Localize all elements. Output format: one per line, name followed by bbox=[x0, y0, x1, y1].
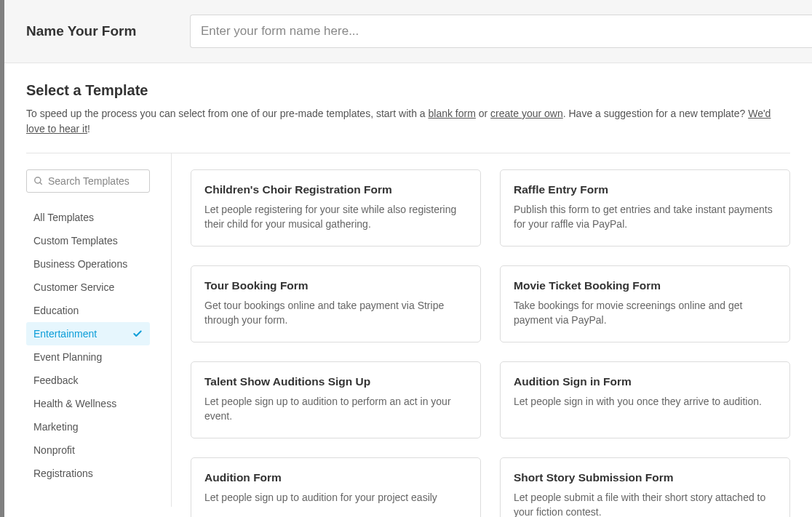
template-card[interactable]: Talent Show Auditions Sign UpLet people … bbox=[191, 361, 481, 438]
check-icon bbox=[132, 329, 143, 339]
templates-grid: Children's Choir Registration FormLet pe… bbox=[172, 153, 790, 517]
template-card[interactable]: Raffle Entry FormPublish this form to ge… bbox=[500, 169, 790, 247]
template-title: Raffle Entry Form bbox=[514, 183, 776, 196]
category-item-nonprofit[interactable]: Nonprofit bbox=[26, 438, 150, 462]
category-item-event-planning[interactable]: Event Planning bbox=[26, 345, 150, 369]
category-item-label: Feedback bbox=[33, 374, 78, 386]
template-desc: Let people sign up to audition for your … bbox=[204, 490, 467, 505]
category-item-customer-service[interactable]: Customer Service bbox=[26, 276, 150, 299]
category-item-marketing[interactable]: Marketing bbox=[26, 415, 150, 438]
desc-text-2: . Have a suggestion for a new template? bbox=[563, 108, 748, 119]
form-name-input[interactable] bbox=[190, 15, 812, 48]
category-list: All TemplatesCustom TemplatesBusiness Op… bbox=[26, 206, 171, 485]
select-template-title: Select a Template bbox=[26, 82, 790, 99]
template-desc: Publish this form to get entries and tak… bbox=[514, 202, 776, 232]
category-item-label: Business Operations bbox=[33, 258, 127, 270]
template-card[interactable]: Audition FormLet people sign up to audit… bbox=[191, 457, 481, 517]
search-icon bbox=[33, 176, 44, 186]
template-title: Short Story Submission Form bbox=[514, 471, 776, 484]
category-item-label: Entertainment bbox=[33, 328, 97, 340]
blank-form-link[interactable]: blank form bbox=[429, 108, 476, 119]
category-item-entertainment[interactable]: Entertainment bbox=[26, 322, 150, 345]
template-card[interactable]: Movie Ticket Booking FormTake bookings f… bbox=[500, 265, 790, 342]
category-item-health-wellness[interactable]: Health & Wellness bbox=[26, 392, 150, 415]
sidebar: All TemplatesCustom TemplatesBusiness Op… bbox=[26, 153, 172, 507]
template-card[interactable]: Children's Choir Registration FormLet pe… bbox=[191, 169, 481, 247]
category-item-label: Customer Service bbox=[33, 281, 114, 293]
svg-point-0 bbox=[35, 177, 41, 183]
template-title: Tour Booking Form bbox=[204, 279, 467, 292]
template-title: Talent Show Auditions Sign Up bbox=[204, 375, 467, 388]
desc-text-or: or bbox=[476, 108, 490, 119]
template-card[interactable]: Short Story Submission FormLet people su… bbox=[500, 457, 790, 517]
template-card[interactable]: Audition Sign in FormLet people sign in … bbox=[500, 361, 790, 438]
desc-text-1: To speed up the process you can select f… bbox=[26, 108, 429, 119]
category-item-label: Nonprofit bbox=[33, 444, 75, 456]
template-desc: Let people sign up to audition to perfor… bbox=[204, 394, 467, 424]
search-templates-input[interactable] bbox=[48, 175, 143, 187]
template-title: Movie Ticket Booking Form bbox=[514, 279, 776, 292]
svg-line-1 bbox=[40, 183, 42, 185]
category-item-registrations[interactable]: Registrations bbox=[26, 462, 150, 485]
template-title: Audition Sign in Form bbox=[514, 375, 776, 388]
category-item-label: Event Planning bbox=[33, 351, 102, 363]
header-bar: Name Your Form bbox=[4, 0, 812, 63]
name-your-form-label: Name Your Form bbox=[26, 23, 190, 39]
search-box[interactable] bbox=[26, 169, 150, 193]
category-item-label: Custom Templates bbox=[33, 235, 118, 247]
category-item-label: All Templates bbox=[33, 212, 94, 223]
template-title: Audition Form bbox=[204, 471, 467, 484]
category-item-custom-templates[interactable]: Custom Templates bbox=[26, 229, 150, 252]
template-desc: Let people sign in with you once they ar… bbox=[514, 394, 776, 409]
category-item-label: Registrations bbox=[33, 468, 93, 479]
category-item-label: Marketing bbox=[33, 421, 78, 433]
template-desc: Take bookings for movie screenings onlin… bbox=[514, 298, 776, 328]
template-desc: Get tour bookings online and take paymen… bbox=[204, 298, 467, 328]
create-your-own-link[interactable]: create your own bbox=[490, 108, 563, 119]
desc-text-3: ! bbox=[87, 123, 90, 135]
category-item-business-operations[interactable]: Business Operations bbox=[26, 252, 150, 276]
category-item-education[interactable]: Education bbox=[26, 299, 150, 322]
template-title: Children's Choir Registration Form bbox=[204, 183, 467, 196]
category-item-label: Education bbox=[33, 305, 79, 316]
category-item-feedback[interactable]: Feedback bbox=[26, 369, 150, 392]
category-item-all-templates[interactable]: All Templates bbox=[26, 206, 150, 229]
template-desc: Let people registering for your site whi… bbox=[204, 202, 467, 232]
category-item-label: Health & Wellness bbox=[33, 398, 116, 409]
template-desc: Let people submit a file with their shor… bbox=[514, 490, 776, 517]
select-template-description: To speed up the process you can select f… bbox=[26, 106, 790, 137]
template-card[interactable]: Tour Booking FormGet tour bookings onlin… bbox=[191, 265, 481, 342]
